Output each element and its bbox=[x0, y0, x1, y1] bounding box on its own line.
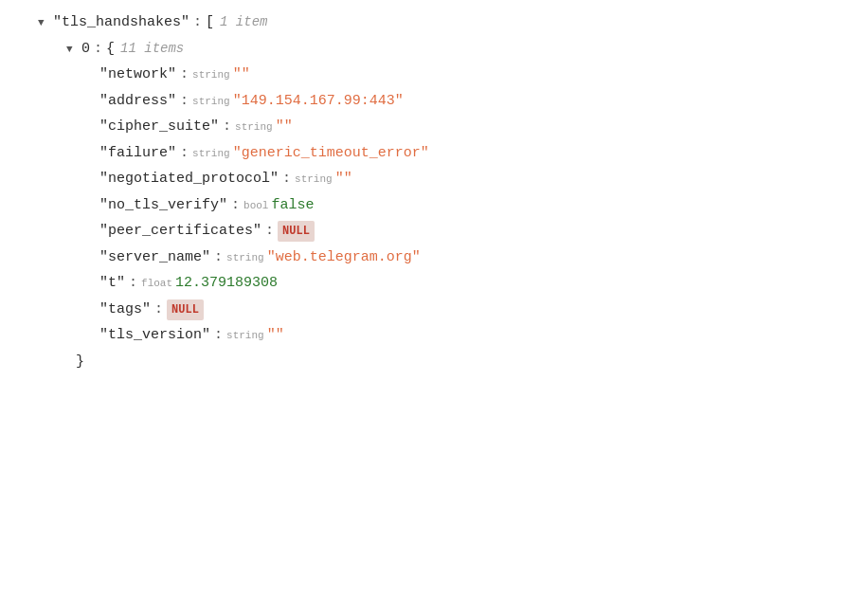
field-cipher-suite-value: "" bbox=[276, 115, 293, 139]
field-failure-key: "failure" bbox=[99, 141, 176, 166]
field-server-name-value: "web.telegram.org" bbox=[267, 245, 421, 270]
field-failure-type: string bbox=[192, 145, 230, 163]
field-tags-value: NULL bbox=[167, 299, 204, 320]
field-address: "address" : string "149.154.167.99:443" bbox=[19, 88, 828, 115]
field-negotiated-protocol-type: string bbox=[295, 171, 333, 189]
field-t-value: 12.379189308 bbox=[175, 271, 278, 296]
field-peer-certificates: "peer_certificates" : NULL bbox=[19, 218, 828, 245]
index-0-line: ▼ 0 : { 11 items bbox=[19, 36, 828, 63]
field-no-tls-verify-type: bool bbox=[243, 197, 268, 215]
field-failure-value: "generic_timeout_error" bbox=[233, 141, 429, 166]
close-brace-line: } bbox=[19, 349, 828, 375]
index-0-open-brace: { bbox=[106, 37, 115, 62]
field-no-tls-verify: "no_tls_verify" : bool false bbox=[19, 192, 828, 219]
index-0-key: 0 bbox=[81, 37, 90, 62]
field-tls-version-type: string bbox=[226, 327, 264, 345]
field-server-name-key: "server_name" bbox=[99, 245, 210, 270]
field-address-value: "149.154.167.99:443" bbox=[233, 89, 404, 114]
root-open-bracket: [ bbox=[206, 10, 214, 35]
root-colon: : bbox=[193, 10, 202, 35]
field-address-key: "address" bbox=[99, 89, 176, 114]
field-tls-version: "tls_version" : string "" bbox=[19, 322, 828, 349]
root-line: ▼ "tls_handshakes" : [ 1 item bbox=[19, 9, 828, 36]
field-tags-key: "tags" bbox=[99, 298, 151, 322]
field-network-key: "network" bbox=[99, 63, 176, 87]
field-negotiated-protocol: "negotiated_protocol" : string "" bbox=[19, 166, 828, 192]
field-server-name: "server_name" : string "web.telegram.org… bbox=[19, 245, 828, 271]
field-no-tls-verify-key: "no_tls_verify" bbox=[99, 193, 227, 218]
field-negotiated-protocol-key: "negotiated_protocol" bbox=[99, 167, 279, 191]
field-address-type: string bbox=[192, 93, 230, 111]
field-cipher-suite-type: string bbox=[235, 118, 273, 136]
index-0-item-count: 11 items bbox=[120, 38, 184, 61]
field-no-tls-verify-value: false bbox=[271, 193, 314, 218]
field-cipher-suite: "cipher_suite" : string "" bbox=[19, 114, 828, 140]
field-network-type: string bbox=[192, 66, 230, 84]
root-toggle-arrow[interactable]: ▼ bbox=[38, 14, 53, 32]
field-t-key: "t" bbox=[99, 271, 125, 296]
field-server-name-type: string bbox=[226, 249, 264, 267]
field-t: "t" : float 12.379189308 bbox=[19, 270, 828, 297]
field-peer-certificates-value: NULL bbox=[278, 221, 315, 242]
field-negotiated-protocol-value: "" bbox=[335, 167, 352, 191]
field-t-type: float bbox=[141, 275, 172, 293]
index-0-toggle-arrow[interactable]: ▼ bbox=[66, 41, 81, 59]
field-failure: "failure" : string "generic_timeout_erro… bbox=[19, 140, 828, 167]
root-item-count: 1 item bbox=[220, 11, 267, 34]
field-peer-certificates-key: "peer_certificates" bbox=[99, 219, 261, 244]
root-key: "tls_handshakes" bbox=[53, 10, 189, 35]
field-cipher-suite-key: "cipher_suite" bbox=[99, 115, 219, 139]
field-tags: "tags" : NULL bbox=[19, 297, 828, 323]
field-tls-version-key: "tls_version" bbox=[99, 323, 210, 348]
close-brace: } bbox=[76, 350, 84, 374]
field-tls-version-value: "" bbox=[267, 323, 284, 348]
field-network-value: "" bbox=[233, 63, 250, 87]
json-viewer: ▼ "tls_handshakes" : [ 1 item ▼ 0 : { 11… bbox=[0, 0, 847, 384]
index-0-colon: : bbox=[94, 37, 102, 62]
field-network: "network" : string "" bbox=[19, 62, 828, 88]
